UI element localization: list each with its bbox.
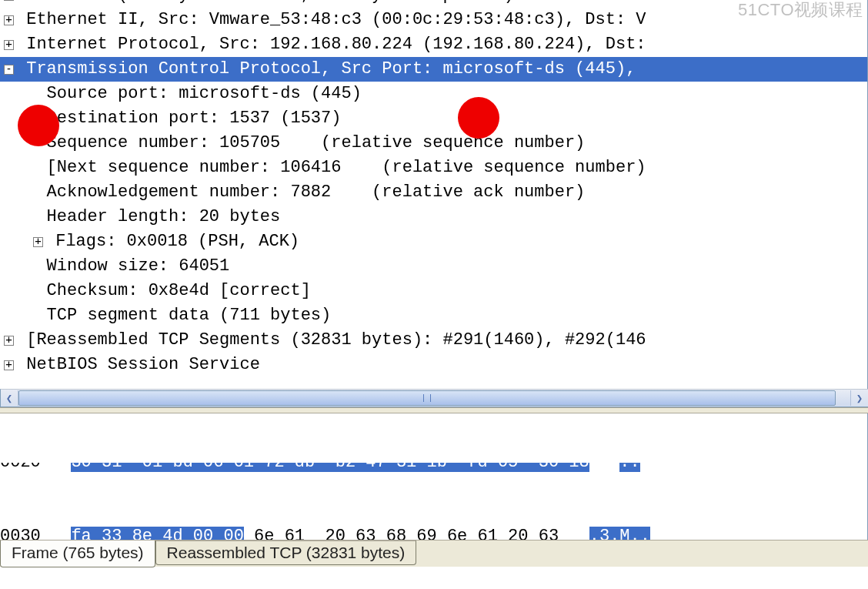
scroll-right-icon[interactable]: ❯ xyxy=(851,390,868,406)
tree-row-dst-port[interactable]: Destination port: 1537 (1537) xyxy=(0,106,867,131)
collapse-tcp-icon[interactable]: - xyxy=(4,65,14,75)
spacer-icon xyxy=(4,213,14,223)
watermark: 51CTO视频课程 xyxy=(738,0,863,22)
hex-row[interactable]: 0030 fa 33 8e 4d 00 00 6e 61 20 63 68 69… xyxy=(0,524,867,540)
scrollbar-track[interactable] xyxy=(18,390,851,406)
tree-row-ack[interactable]: Acknowledgement number: 7882 (relative a… xyxy=(0,180,867,205)
horizontal-scrollbar[interactable]: ❮ ❯ xyxy=(0,389,868,407)
tree-text: [Next sequence number: 106416 (relative … xyxy=(16,156,646,180)
hex-pane[interactable]: 0020 30 31 01 bd 06 01 72 db b2 47 31 1b… xyxy=(0,413,868,540)
tree-row-ip[interactable]: + Internet Protocol, Src: 192.168.80.224… xyxy=(0,32,867,57)
tree-row-flags[interactable]: + Flags: 0x0018 (PSH, ACK) xyxy=(0,229,867,254)
tree-text: Internet Protocol, Src: 192.168.80.224 (… xyxy=(16,32,646,57)
spacer-icon xyxy=(4,89,14,99)
spacer-icon xyxy=(4,139,14,149)
spacer-icon xyxy=(4,286,14,296)
tree-text: Transmission Control Protocol, Src Port:… xyxy=(16,57,646,82)
tree-text: Checksum: 0x8e4d [correct] xyxy=(16,279,311,303)
hex-tab-bar: Frame (765 bytes) Reassembled TCP (32831… xyxy=(0,540,868,567)
expand-reasm-icon[interactable]: + xyxy=(4,336,14,346)
expand-nbss-icon[interactable]: + xyxy=(4,360,14,370)
tree-text: Window size: 64051 xyxy=(16,254,229,279)
annotation-dot-1 xyxy=(18,105,59,146)
tree-row-next-seq[interactable]: [Next sequence number: 106416 (relative … xyxy=(0,156,867,180)
annotation-dot-2 xyxy=(458,97,499,139)
spacer-icon xyxy=(4,262,14,272)
tree-row-frame-partial[interactable]: + Frame 313 (765 bytes on wire, 765 byte… xyxy=(0,0,867,8)
tree-row-hdr-len[interactable]: Header length: 20 bytes xyxy=(0,205,867,229)
tree-row-window[interactable]: Window size: 64051 xyxy=(0,254,867,279)
tree-row-checksum[interactable]: Checksum: 0x8e4d [correct] xyxy=(0,279,867,303)
tree-text: NetBIOS Session Service xyxy=(16,353,260,377)
tree-row-seq[interactable]: Sequence number: 105705 (relative sequen… xyxy=(0,131,867,156)
expand-frame-icon[interactable]: + xyxy=(4,0,14,1)
tree-text: Flags: 0x0018 (PSH, ACK) xyxy=(45,229,299,254)
tree-text: [Reassembled TCP Segments (32831 bytes):… xyxy=(16,328,646,353)
tree-text: Header length: 20 bytes xyxy=(16,205,280,229)
tree-row-reassembled[interactable]: + [Reassembled TCP Segments (32831 bytes… xyxy=(0,328,867,353)
tree-row-src-port[interactable]: Source port: microsoft-ds (445) xyxy=(0,82,867,106)
tree-text: Source port: microsoft-ds (445) xyxy=(16,82,362,106)
tree-text: Destination port: 1537 (1537) xyxy=(16,106,341,131)
spacer-icon xyxy=(4,188,14,198)
packet-tree-pane[interactable]: + Frame 313 (765 bytes on wire, 765 byte… xyxy=(0,0,868,389)
tree-text: Frame 313 (765 bytes on wire, 765 bytes … xyxy=(16,0,555,8)
tree-row-nbss[interactable]: + NetBIOS Session Service xyxy=(0,353,867,377)
spacer-icon xyxy=(4,163,14,173)
tree-row-tcp-segment[interactable]: TCP segment data (711 bytes) xyxy=(0,303,867,328)
scroll-left-icon[interactable]: ❮ xyxy=(1,390,18,406)
spacer-icon xyxy=(4,311,14,321)
tree-text: Acknowledgement number: 7882 (relative a… xyxy=(16,180,585,205)
expand-eth-icon[interactable]: + xyxy=(4,15,14,25)
tree-text: TCP segment data (711 bytes) xyxy=(16,303,331,328)
spacer-icon xyxy=(4,114,14,124)
splitter-handle[interactable] xyxy=(0,407,868,413)
hex-row-partial-top[interactable]: 0020 30 31 01 bd 06 01 72 db b2 47 31 1b… xyxy=(0,463,867,475)
tab-reassembled-tcp[interactable]: Reassembled TCP (32831 bytes) xyxy=(155,540,417,565)
tree-text: Ethernet II, Src: Vmware_53:48:c3 (00:0c… xyxy=(16,8,646,32)
expand-flags-icon[interactable]: + xyxy=(33,237,43,247)
expand-ip-icon[interactable]: + xyxy=(4,40,14,50)
tree-row-tcp[interactable]: - Transmission Control Protocol, Src Por… xyxy=(0,57,867,82)
tree-text: Sequence number: 105705 (relative sequen… xyxy=(16,131,585,156)
tree-row-ethernet[interactable]: + Ethernet II, Src: Vmware_53:48:c3 (00:… xyxy=(0,8,867,32)
scrollbar-thumb[interactable] xyxy=(18,390,836,406)
tab-frame[interactable]: Frame (765 bytes) xyxy=(0,540,155,567)
